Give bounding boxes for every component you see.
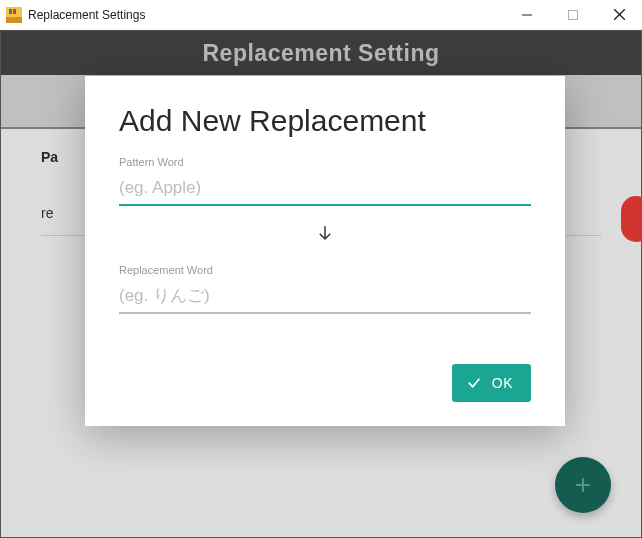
dialog-title: Add New Replacement (119, 104, 531, 138)
ok-button[interactable]: OK (452, 364, 531, 402)
replacement-input[interactable] (119, 280, 531, 314)
pattern-input[interactable] (119, 172, 531, 206)
window-close-button[interactable] (596, 0, 642, 29)
replacement-field-label: Replacement Word (119, 264, 531, 276)
window-controls (504, 0, 642, 29)
window-titlebar: Replacement Settings (0, 0, 642, 30)
window-title: Replacement Settings (28, 8, 145, 22)
dialog-actions: OK (119, 364, 531, 402)
pattern-field-label: Pattern Word (119, 156, 531, 168)
svg-rect-1 (6, 17, 22, 23)
svg-rect-2 (9, 9, 12, 14)
svg-rect-5 (569, 10, 578, 19)
add-replacement-dialog: Add New Replacement Pattern Word Replace… (85, 76, 565, 426)
window-maximize-button[interactable] (550, 0, 596, 29)
arrow-down-icon (119, 206, 531, 264)
app-icon (6, 7, 22, 23)
window-minimize-button[interactable] (504, 0, 550, 29)
check-icon (466, 374, 482, 393)
svg-rect-3 (13, 9, 16, 14)
ok-button-label: OK (492, 375, 513, 391)
